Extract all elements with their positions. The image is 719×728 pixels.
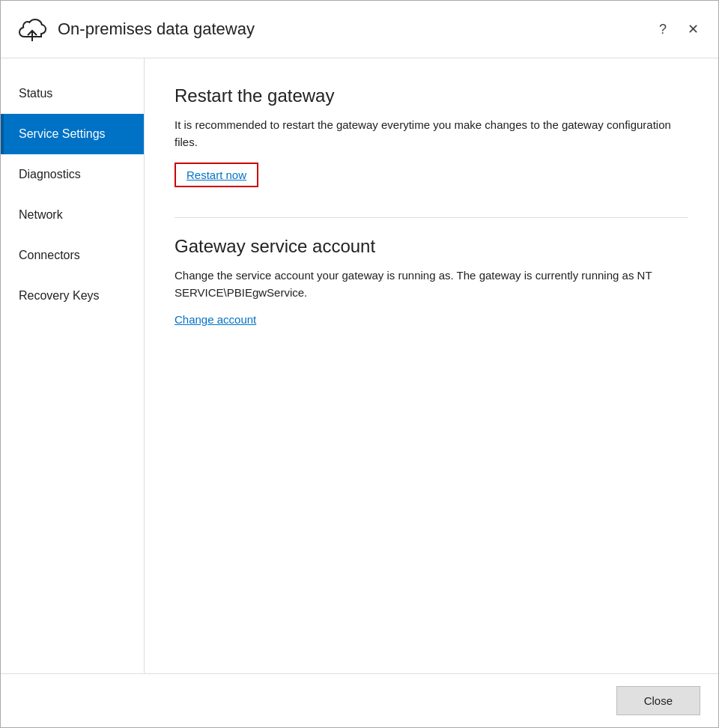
main-content: Status Service Settings Diagnostics Netw… (1, 58, 718, 673)
account-section-description: Change the service account your gateway … (175, 267, 684, 301)
title-bar: On-premises data gateway ? ✕ (1, 1, 718, 58)
section-divider (175, 217, 688, 218)
restart-now-link[interactable]: Restart now (175, 163, 258, 187)
sidebar-item-recovery-keys[interactable]: Recovery Keys (1, 276, 144, 316)
sidebar-item-network[interactable]: Network (1, 195, 144, 235)
sidebar-item-diagnostics[interactable]: Diagnostics (1, 154, 144, 195)
cloud-upload-icon (16, 13, 49, 46)
restart-section-description: It is recommended to restart the gateway… (175, 117, 684, 151)
account-section-title: Gateway service account (175, 236, 688, 257)
footer: Close (1, 673, 718, 727)
content-panel: Restart the gateway It is recommended to… (145, 58, 718, 673)
restart-section-title: Restart the gateway (175, 85, 688, 106)
sidebar-item-connectors[interactable]: Connectors (1, 235, 144, 276)
app-title: On-premises data gateway (58, 19, 255, 39)
title-controls: ? ✕ (652, 19, 703, 40)
sidebar-item-status[interactable]: Status (1, 73, 144, 114)
close-button[interactable]: Close (616, 686, 700, 715)
app-window: On-premises data gateway ? ✕ Status Serv… (0, 0, 719, 728)
sidebar: Status Service Settings Diagnostics Netw… (1, 58, 145, 673)
help-button[interactable]: ? (652, 19, 673, 40)
change-account-link[interactable]: Change account (175, 313, 256, 326)
window-close-button[interactable]: ✕ (682, 19, 703, 40)
sidebar-item-service-settings[interactable]: Service Settings (1, 114, 144, 154)
